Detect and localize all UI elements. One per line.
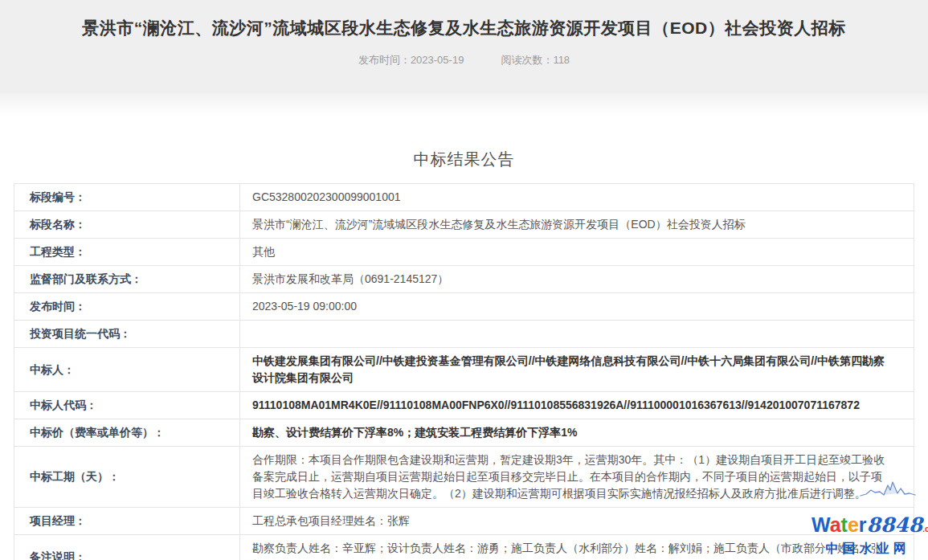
article-header: 景洪市“澜沧江、流沙河”流域城区段水生态修复及水生态旅游资源开发项目（EOD）社… bbox=[0, 0, 928, 93]
table-row: 监督部门及联系方式：景洪市发展和改革局（0691-2145127） bbox=[14, 266, 914, 293]
water8848-logo[interactable]: Water8848.com 中国水业网 bbox=[811, 480, 924, 558]
row-value: 景洪市“澜沧江、流沙河”流域城区段水生态修复及水生态旅游资源开发项目（EOD）社… bbox=[240, 211, 914, 239]
row-label: 发布时间： bbox=[14, 293, 240, 321]
row-label: 中标工期（天）： bbox=[14, 447, 240, 508]
table-row: 中标人：中铁建发展集团有限公司//中铁建投资基金管理有限公司//中铁建网络信息科… bbox=[14, 348, 914, 392]
row-value: 中铁建发展集团有限公司//中铁建投资基金管理有限公司//中铁建网络信息科技有限公… bbox=[240, 348, 914, 392]
row-value: 91110108MA01MR4K0E//91110108MA00FNP6X0//… bbox=[240, 392, 914, 419]
table-row: 中标价（费率或单价等）：勘察、设计费结算价下浮率8%；建筑安装工程费结算价下浮率… bbox=[14, 419, 914, 447]
row-value: GC532800202300099001001 bbox=[240, 184, 914, 211]
row-label: 标段名称： bbox=[14, 211, 240, 239]
row-value bbox=[240, 321, 914, 348]
row-label: 标段编号： bbox=[14, 184, 240, 211]
table-row: 标段编号：GC532800202300099001001 bbox=[14, 184, 914, 211]
read-count-value: 118 bbox=[553, 54, 570, 66]
page: 景洪市“澜沧江、流沙河”流域城区段水生态修复及水生态旅游资源开发项目（EOD）社… bbox=[0, 0, 928, 560]
publish-time: 发布时间：2023-05-19 bbox=[358, 53, 464, 67]
row-label: 中标价（费率或单价等）： bbox=[14, 419, 240, 447]
logo-water-text: Water bbox=[811, 513, 867, 536]
table-row: 中标工期（天）：合作期限：本项目合作期限包含建设期和运营期，暂定建设期3年，运营… bbox=[14, 447, 914, 508]
row-label: 中标人： bbox=[14, 348, 240, 392]
table-row: 项目经理：工程总承包项目经理姓名：张辉 bbox=[14, 508, 914, 535]
announcement-title: 中标结果公告 bbox=[0, 149, 928, 170]
table-row: 标段名称：景洪市“澜沧江、流沙河”流域城区段水生态修复及水生态旅游资源开发项目（… bbox=[14, 211, 914, 239]
row-label: 中标人代码： bbox=[14, 392, 240, 419]
publish-time-value: 2023-05-19 bbox=[411, 54, 464, 66]
mountain-icon bbox=[860, 480, 916, 497]
article-meta: 发布时间：2023-05-19 阅读次数：118 bbox=[0, 53, 928, 67]
row-label: 备注说明： bbox=[14, 535, 240, 560]
row-label: 工程类型： bbox=[14, 239, 240, 266]
row-label: 投资项目统一代码： bbox=[14, 321, 240, 348]
logo-domain-suffix: .com bbox=[922, 525, 928, 533]
row-value: 勘察、设计费结算价下浮率8%；建筑安装工程费结算价下浮率1% bbox=[240, 419, 914, 447]
header-fade bbox=[0, 93, 928, 115]
row-value: 其他 bbox=[240, 239, 914, 266]
row-label: 监督部门及联系方式： bbox=[14, 266, 240, 293]
read-count: 阅读次数：118 bbox=[501, 53, 570, 67]
logo-wordmark: Water8848.com bbox=[811, 514, 924, 540]
table-row: 发布时间：2023-05-19 09:00:00 bbox=[14, 293, 914, 321]
publish-time-label: 发布时间： bbox=[358, 54, 411, 66]
table-row: 工程类型：其他 bbox=[14, 239, 914, 266]
row-value: 景洪市发展和改革局（0691-2145127） bbox=[240, 266, 914, 293]
row-value: 2023-05-19 09:00:00 bbox=[240, 293, 914, 321]
logo-site-name: 中国水业网 bbox=[811, 541, 924, 558]
table-row: 投资项目统一代码： bbox=[14, 321, 914, 348]
table-row: 中标人代码：91110108MA01MR4K0E//91110108MA00FN… bbox=[14, 392, 914, 419]
read-count-label: 阅读次数： bbox=[501, 54, 553, 66]
bid-result-table: 标段编号：GC532800202300099001001标段名称：景洪市“澜沧江… bbox=[14, 183, 914, 560]
article-title: 景洪市“澜沧江、流沙河”流域城区段水生态修复及水生态旅游资源开发项目（EOD）社… bbox=[0, 17, 928, 39]
row-label: 项目经理： bbox=[14, 508, 240, 535]
logo-number-text: 8848 bbox=[867, 513, 923, 537]
table-row: 备注说明：勘察负责人姓名：辛亚辉；设计负责人姓名：游勇；施工负责人（水利部分）姓… bbox=[14, 535, 914, 560]
